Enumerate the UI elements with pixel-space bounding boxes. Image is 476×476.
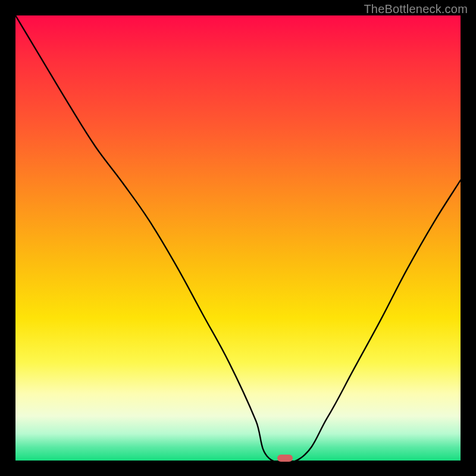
watermark-text: TheBottleneck.com	[364, 2, 468, 16]
plot-area	[15, 15, 461, 461]
optimal-marker	[277, 455, 293, 462]
bottleneck-curve	[15, 15, 461, 461]
chart-frame: TheBottleneck.com	[0, 0, 476, 476]
